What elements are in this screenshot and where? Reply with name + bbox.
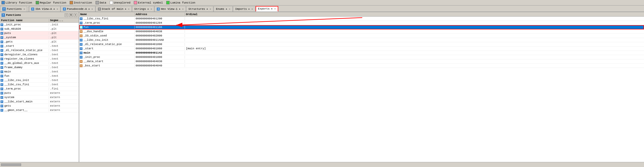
function-row-5[interactable]: f_start.text (0, 44, 79, 48)
function-name-7: fderegister_tm_clones (0, 53, 49, 56)
tab-functions[interactable]: f Functions ✕ (0, 6, 27, 12)
tab-enums-arrow[interactable]: ▲ (226, 8, 227, 10)
export-row-2[interactable]: ffun0000000000401186 (79, 25, 644, 29)
function-row-18[interactable]: f__libc_start_mainextern (0, 100, 79, 104)
functions-restore-btn[interactable]: ⧉ (69, 13, 73, 17)
export-row-11[interactable]: D_bss_start0000000000404040 (79, 64, 644, 68)
function-type-icon-12: f (1, 75, 3, 77)
function-row-9[interactable]: f__do_global_dtors_aux.text (0, 61, 79, 65)
function-row-7[interactable]: fderegister_tm_clones.text (0, 53, 79, 57)
function-name-2: fputs (0, 32, 49, 35)
function-row-12[interactable]: ffun.text (0, 74, 79, 78)
tab-stack-of-main[interactable]: S Stack of main ▲ ✕ (96, 6, 132, 12)
function-row-6[interactable]: f_dl_relocate_static_pie.text (0, 48, 79, 53)
function-type-icon-5: f (1, 45, 3, 48)
export-row-8[interactable]: fmain0000000000401142 (79, 51, 644, 55)
function-segment-4: .plt (49, 40, 67, 43)
export-type-icon-0: f (80, 17, 83, 20)
tab-strings-close[interactable]: ✕ (150, 8, 152, 11)
function-row-13[interactable]: f__libc_csu_init.text (0, 78, 79, 82)
function-name-14: f__libc_csu_fini (0, 83, 49, 86)
export-row-1[interactable]: f_term_proc0000000000401204 (79, 21, 644, 25)
tab-imports-arrow[interactable]: ▲ (248, 8, 250, 10)
function-segment-12: .text (49, 74, 67, 77)
function-row-10[interactable]: fframe_dummy.text (0, 65, 79, 70)
function-type-icon-10: f (1, 66, 3, 69)
tab-enums-close[interactable]: ✕ (229, 8, 230, 11)
tab-ida-view-close[interactable]: ✕ (57, 8, 58, 11)
tab-exports[interactable]: Exports ▲ ✕ (256, 6, 278, 12)
export-name-11: D_bss_start (79, 64, 135, 67)
legend-data-color (96, 1, 99, 4)
export-row-5[interactable]: f__libc_csu_init000000000040114A0 (79, 38, 644, 42)
tab-structures[interactable]: Structures ▲ ✕ (186, 6, 213, 12)
tab-strings-arrow[interactable]: ▲ (147, 8, 149, 10)
function-row-8[interactable]: fregister_tm_clones.text (0, 57, 79, 61)
tab-pseudocode-close[interactable]: ✕ (92, 8, 93, 11)
tab-hex-view-arrow[interactable]: ▲ (179, 8, 180, 10)
export-row-0[interactable]: f__libc_csu_fini0000000000401200 (79, 17, 644, 21)
export-name-7: f_start (79, 47, 135, 50)
function-row-4[interactable]: f_gets.plt (0, 40, 79, 44)
tab-hex-view-close[interactable]: ✕ (182, 8, 184, 11)
function-row-1[interactable]: fsub_401020.plt (0, 27, 79, 31)
function-segment-13: .text (49, 79, 67, 82)
stack-icon: S (98, 8, 101, 11)
tab-exports-arrow[interactable]: ▲ (271, 8, 272, 10)
export-row-4[interactable]: D_IO_stdin_used0000000000402000 (79, 34, 644, 38)
function-segment-2: .plt (49, 32, 67, 35)
export-name-9: f_init_proc (79, 56, 135, 59)
tab-structures-close[interactable]: ✕ (210, 8, 211, 11)
function-row-17[interactable]: fsystemextern (0, 95, 79, 100)
tab-imports[interactable]: Imports ▲ ✕ (233, 6, 255, 12)
function-name-11: fmain (0, 70, 49, 73)
export-name-8: fmain (79, 51, 135, 54)
function-row-20[interactable]: f__gmon_start__extern (0, 108, 79, 112)
col-export-ordinal: Ordinal (185, 13, 235, 16)
function-name-18: f__libc_start_main (0, 100, 49, 103)
tab-exports-close[interactable]: ✕ (274, 7, 276, 10)
export-type-icon-2: f (80, 26, 83, 29)
function-row-19[interactable]: fgetsextern (0, 104, 79, 108)
export-address-10: 0000000000404030 (135, 60, 185, 63)
export-row-10[interactable]: D__data_start0000000000404030 (79, 59, 644, 64)
export-type-icon-3: D (80, 30, 83, 33)
legend-instruction-color (70, 1, 73, 4)
export-row-6[interactable]: f_dl_relocate_static_pie0000000000401090 (79, 42, 644, 47)
export-type-icon-1: f (80, 22, 83, 24)
tab-enums[interactable]: Enums ▲ ✕ (214, 6, 232, 12)
scrollbar-thumb[interactable] (1, 163, 21, 166)
legend-library-function: Library function (2, 1, 32, 4)
export-row-7[interactable]: f_start0000000000401060[main entry] (79, 47, 644, 51)
tab-structures-label: Structures (188, 8, 205, 11)
tab-hex-view-1[interactable]: A Hex View-1 ▲ ✕ (154, 6, 186, 12)
tab-functions-close[interactable]: ✕ (23, 8, 25, 11)
tab-ida-view-label: IDA View-A (35, 8, 52, 11)
exports-content: f__libc_csu_fini0000000000401200f_term_p… (79, 17, 644, 162)
function-row-14[interactable]: f__libc_csu_fini.text (0, 82, 79, 87)
function-row-3[interactable]: f_system.plt (0, 35, 79, 40)
tab-strings[interactable]: Strings ▲ ✕ (132, 6, 154, 12)
function-name-20: f__gmon_start__ (0, 109, 49, 112)
tab-ida-view-a[interactable]: A IDA View-A ▲ ✕ (29, 6, 60, 12)
tab-structures-arrow[interactable]: ▲ (207, 8, 208, 10)
tab-pseudocode-arrow[interactable]: ▲ (88, 8, 90, 10)
tab-pseudocode-a[interactable]: A Pseudocode-A ▲ ✕ (61, 6, 95, 12)
tab-stack-close[interactable]: ✕ (128, 8, 130, 11)
tab-functions-label: Functions (7, 8, 22, 11)
tab-ida-view-arrow[interactable]: ▲ (53, 8, 55, 10)
function-row-11[interactable]: fmain.text (0, 70, 79, 74)
tab-stack-arrow[interactable]: ▲ (125, 8, 126, 10)
tab-imports-close[interactable]: ✕ (251, 8, 253, 11)
function-row-15[interactable]: f_term_proc.fini (0, 87, 79, 91)
function-segment-15: .fini (49, 87, 67, 90)
export-row-9[interactable]: f_init_proc0000000000401000 (79, 55, 644, 59)
functions-minimize-btn[interactable]: □ (65, 13, 68, 17)
export-row-3[interactable]: D__dso_handle0000000000404038 (79, 29, 644, 34)
function-row-0[interactable]: f_init_proc.init (0, 23, 79, 27)
functions-close-btn[interactable]: ✕ (74, 13, 77, 17)
export-name-3: D__dso_handle (79, 30, 135, 33)
function-segment-5: .text (49, 45, 67, 48)
function-row-2[interactable]: fputs.plt (0, 31, 79, 35)
function-row-16[interactable]: fputsextern (0, 91, 79, 95)
